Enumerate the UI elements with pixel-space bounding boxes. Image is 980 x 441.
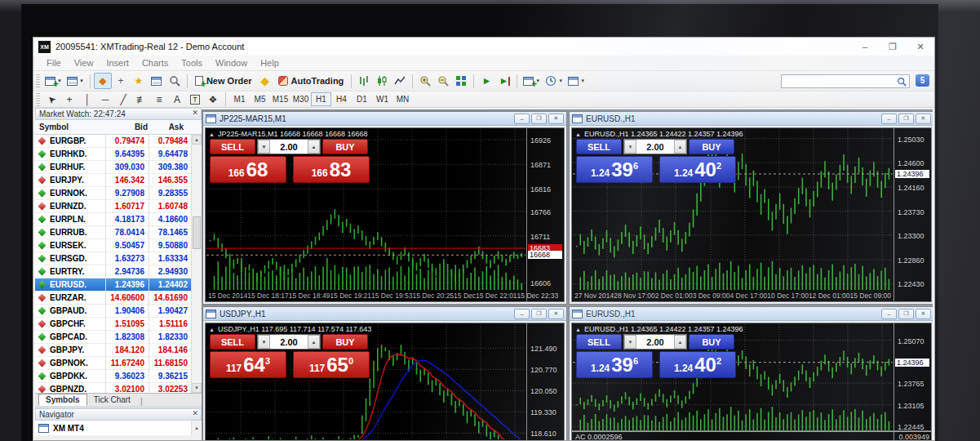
timeframe-mn[interactable]: MN [392, 92, 413, 106]
lot-down-icon[interactable]: ▼ [624, 335, 636, 349]
cursor-tool-button[interactable]: ➤ [42, 91, 60, 108]
buy-price[interactable]: 1.24402 [659, 156, 736, 183]
templates-button[interactable]: ▼ [565, 73, 588, 89]
timeframe-d1[interactable]: D1 [352, 92, 372, 106]
sell-button[interactable]: SELL [210, 334, 255, 350]
column-ask[interactable]: Ask [148, 122, 188, 131]
zoom-in-button[interactable] [416, 73, 434, 89]
lot-down-icon[interactable]: ▼ [258, 335, 270, 349]
menu-charts[interactable]: Charts [135, 58, 175, 68]
community-chat-button[interactable]: 5 [916, 74, 929, 87]
buy-button[interactable]: BUY [689, 139, 734, 154]
market-watch-row-eurhuf[interactable]: EURHUF.309.030309.380 [35, 161, 202, 174]
price-scale[interactable]: 1.250701.237651.231051.224451.24396 [894, 323, 931, 440]
fibonacci-tool-button[interactable]: ≢ [132, 91, 150, 108]
column-symbol[interactable]: Symbol [35, 122, 105, 131]
toolbar-grip[interactable] [36, 74, 40, 87]
market-watch-row-eurtry[interactable]: EURTRY.2.947362.94930 [35, 265, 202, 278]
ohlc-info[interactable]: ▲EURUSD.,H1 1.24365 1.24422 1.24357 1.24… [575, 130, 743, 138]
price-scale[interactable]: 1.250301.246001.241601.237301.233001.228… [894, 128, 931, 301]
arrows-tool-button[interactable]: ❖ [204, 91, 222, 108]
market-watch-row-eurhkd[interactable]: EURHKD.9.643959.64478 [35, 148, 202, 161]
lot-up-icon[interactable]: ▲ [308, 335, 320, 349]
market-watch-row-gbpchf[interactable]: GBPCHF.1.510951.51116 [35, 318, 202, 331]
sell-price[interactable]: 1.24396 [576, 351, 653, 378]
menu-window[interactable]: Window [209, 58, 254, 68]
chart-titlebar[interactable]: JP225-MAR15,M1 – ❐ ✕ [203, 112, 566, 126]
lot-value[interactable]: 2.00 [636, 140, 674, 154]
navigator-close-icon[interactable]: ✕ [192, 409, 198, 417]
new-chart-button[interactable]: ▼ [42, 73, 64, 89]
tab-symbols[interactable]: Symbols [38, 394, 87, 406]
chart-client[interactable]: ▲EURUSD.,H1 1.24365 1.24422 1.24357 1.24… [571, 127, 932, 302]
market-watch-close-icon[interactable]: ✕ [192, 109, 198, 117]
metaeditor-button[interactable]: ◆ [256, 73, 274, 89]
navigator-toggle[interactable]: ★ [130, 73, 148, 89]
market-watch-row-gbpnok[interactable]: GBPNOK.11.6724011.68150 [35, 357, 202, 370]
lot-value[interactable]: 2.00 [636, 335, 674, 349]
chart-titlebar[interactable]: USDJPY.,H1 – ❐ ✕ [203, 307, 566, 321]
text-tool-button[interactable]: A [168, 91, 186, 108]
chart-client[interactable]: ▲EURUSD.,H1 1.24365 1.24422 1.24357 1.24… [571, 323, 932, 440]
market-watch-row-eurusd[interactable]: EURUSD.1.243961.24402 [35, 278, 202, 292]
vertical-line-tool-button[interactable]: │ [78, 91, 96, 108]
terminal-toggle[interactable] [148, 73, 166, 89]
sell-button[interactable]: SELL [210, 139, 255, 154]
ohlc-info[interactable]: ▲JP225-MAR15,M1 16668 16668 16668 16668 [209, 130, 368, 138]
zoom-out-button[interactable] [434, 73, 452, 89]
timeframe-h4[interactable]: H4 [331, 92, 352, 106]
collapse-arrow-icon[interactable]: ▲ [575, 131, 581, 137]
horizontal-line-tool-button[interactable]: ─ [96, 91, 114, 108]
chart-close-icon[interactable]: ✕ [548, 114, 564, 124]
lot-up-icon[interactable]: ▲ [674, 335, 686, 349]
timeframe-m15[interactable]: M15 [270, 92, 290, 106]
strategy-tester-button[interactable] [166, 73, 184, 89]
market-watch-row-gbpnzd[interactable]: GBPNZD.3.021003.02253 [35, 383, 202, 393]
market-watch-row-eursek[interactable]: EURSEK.9.504579.50880 [35, 239, 202, 252]
buy-price[interactable]: 1.24402 [659, 351, 736, 378]
market-watch-scrollbar[interactable]: ▲ ▼ [191, 135, 202, 393]
chart-minimize-icon[interactable]: – [514, 309, 530, 319]
search-icon[interactable] [897, 77, 907, 87]
buy-button[interactable]: BUY [689, 334, 734, 350]
trendline-tool-button[interactable]: ╱ [114, 91, 132, 108]
menu-tools[interactable]: Tools [175, 58, 209, 68]
sell-price[interactable]: 117643 [210, 351, 286, 378]
chart-client[interactable]: ▲USDJPY.,H1 117.695 117.714 117.574 117.… [205, 323, 565, 440]
chart-client[interactable]: ▲JP225-MAR15,M1 16668 16668 16668 16668 … [205, 127, 565, 302]
minimize-button[interactable]: – [851, 38, 879, 56]
close-button[interactable]: ✕ [907, 38, 934, 56]
chart-close-icon[interactable]: ✕ [916, 309, 931, 319]
line-chart-button[interactable] [391, 73, 409, 89]
chart-minimize-icon[interactable]: – [514, 114, 530, 124]
menu-view[interactable]: View [68, 58, 100, 68]
chart-minimize-icon[interactable]: – [881, 114, 897, 124]
lot-value[interactable]: 2.00 [270, 140, 308, 154]
autotrading-button[interactable]: AutoTrading [274, 73, 348, 89]
navigator-caption[interactable]: Navigator ✕ [35, 408, 202, 421]
market-watch-row-gbpdkk[interactable]: GBPDKK.9.360239.36215 [35, 370, 202, 383]
crosshair-tool-button[interactable]: + [60, 91, 78, 108]
market-watch-row-eurzar[interactable]: EURZAR.14.6060014.61690 [35, 292, 202, 305]
chart-restore-icon[interactable]: ❐ [531, 309, 547, 319]
lot-up-icon[interactable]: ▲ [674, 140, 686, 154]
auto-scroll-button[interactable]: ► [477, 73, 495, 89]
market-watch-row-gbpaud[interactable]: GBPAUD.1.904061.90427 [35, 305, 202, 318]
market-watch-row-gbpjpy[interactable]: GBPJPY.184.120184.146 [35, 344, 202, 357]
scrollbar-thumb[interactable] [193, 216, 201, 249]
market-watch-row-gbpcad[interactable]: GBPCAD.1.823081.82330 [35, 331, 202, 344]
scroll-up-icon[interactable]: ▲ [192, 135, 202, 145]
lot-down-icon[interactable]: ▼ [624, 140, 636, 154]
market-watch-toggle[interactable]: ◆ [94, 73, 112, 89]
sell-button[interactable]: SELL [576, 334, 622, 350]
menu-insert[interactable]: Insert [100, 58, 135, 68]
market-watch-header[interactable]: Symbol Bid Ask [35, 120, 202, 135]
buy-button[interactable]: BUY [322, 139, 368, 154]
buy-button[interactable]: BUY [322, 334, 368, 350]
menu-file[interactable]: File [40, 58, 68, 68]
lot-down-icon[interactable]: ▼ [258, 140, 270, 154]
profiles-button[interactable]: ▼ [64, 73, 86, 89]
collapse-arrow-icon[interactable]: ▲ [209, 131, 215, 137]
bar-chart-button[interactable] [355, 73, 373, 89]
chart-close-icon[interactable]: ✕ [916, 114, 931, 124]
